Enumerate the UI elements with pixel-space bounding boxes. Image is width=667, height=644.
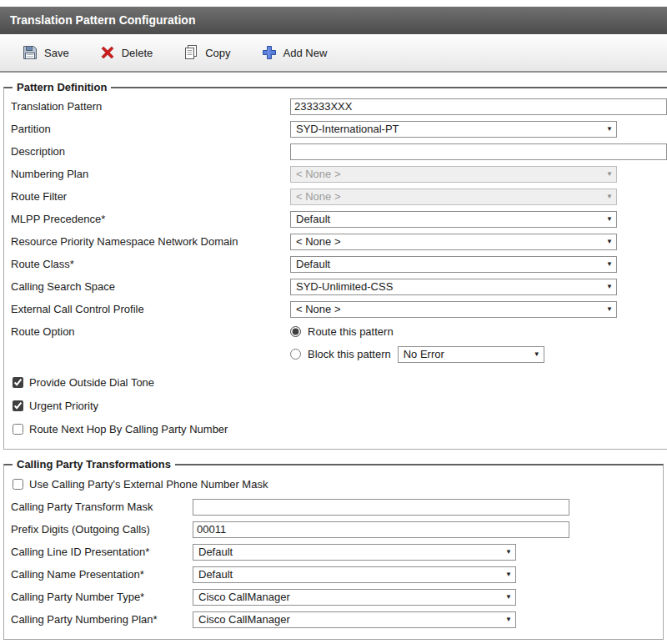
use-external-mask-row: Use Calling Party's External Phone Numbe… [11, 472, 656, 496]
delete-button[interactable]: Delete [99, 44, 153, 61]
chevron-down-icon: ▼ [606, 238, 613, 245]
description-row: Description [11, 140, 667, 163]
pattern-definition-legend: Pattern Definition [13, 81, 111, 93]
transform-mask-input[interactable] [193, 499, 569, 516]
numbering-plan-value: < None > [296, 168, 341, 180]
save-button[interactable]: Save [22, 44, 69, 61]
block-this-pattern-option[interactable]: Block this pattern [290, 348, 391, 360]
transform-mask-row: Calling Party Transform Mask [11, 496, 656, 518]
calling-party-transformations-legend: Calling Party Transformations [13, 458, 175, 470]
urgent-priority-label: Urgent Priority [29, 400, 98, 412]
pattern-definition-section: Pattern Definition Translation Pattern P… [3, 81, 667, 450]
external-call-control-label: External Call Control Profile [11, 303, 290, 315]
calling-search-space-value: SYD-Unlimited-CSS [296, 280, 393, 293]
calling-party-numbering-plan-row: Calling Party Numbering Plan* Cisco Call… [11, 608, 656, 631]
route-next-hop-label: Route Next Hop By Calling Party Number [29, 423, 228, 435]
description-label: Description [11, 145, 290, 158]
prefix-digits-label: Prefix Digits (Outgoing Calls) [11, 523, 193, 536]
calling-search-space-row: Calling Search Space SYD-Unlimited-CSS ▼ [11, 275, 667, 298]
resource-priority-label: Resource Priority Namespace Network Doma… [11, 235, 290, 248]
calling-party-numbering-plan-label: Calling Party Numbering Plan* [11, 613, 193, 626]
external-call-control-value: < None > [296, 303, 341, 315]
route-filter-select: < None > ▼ [290, 189, 617, 205]
resource-priority-row: Resource Priority Namespace Network Doma… [11, 230, 667, 253]
chevron-down-icon: ▼ [534, 350, 540, 358]
calling-name-presentation-value: Default [198, 568, 233, 581]
prefix-digits-input[interactable] [193, 521, 569, 538]
save-label: Save [44, 47, 69, 59]
add-new-label: Add New [283, 47, 328, 59]
partition-label: Partition [11, 123, 290, 135]
route-class-value: Default [296, 258, 330, 270]
chevron-down-icon: ▼ [505, 616, 512, 623]
route-filter-row: Route Filter < None > ▼ [11, 185, 667, 208]
block-this-pattern-radio[interactable] [290, 349, 301, 360]
chevron-down-icon: ▼ [606, 305, 613, 313]
external-call-control-select[interactable]: < None > ▼ [290, 301, 617, 318]
external-call-control-row: External Call Control Profile < None > ▼ [11, 298, 667, 320]
calling-line-id-presentation-select[interactable]: Default ▼ [193, 544, 516, 561]
calling-search-space-select[interactable]: SYD-Unlimited-CSS ▼ [290, 279, 617, 295]
urgent-priority-checkbox[interactable] [13, 400, 23, 411]
calling-party-number-type-select[interactable]: Cisco CallManager ▼ [193, 589, 516, 606]
mlpp-precedence-select[interactable]: Default ▼ [290, 211, 617, 228]
calling-line-id-presentation-row: Calling Line ID Presentation* Default ▼ [11, 541, 656, 563]
resource-priority-select[interactable]: < None > ▼ [290, 234, 617, 250]
numbering-plan-label: Numbering Plan [11, 168, 290, 180]
save-icon [22, 44, 38, 61]
block-option-row: Block this pattern No Error ▼ [11, 343, 667, 365]
mlpp-precedence-row: MLPP Precedence* Default ▼ [11, 208, 667, 230]
provide-outside-dial-tone-checkbox[interactable] [13, 377, 23, 388]
numbering-plan-select: < None > ▼ [290, 166, 617, 183]
mlpp-precedence-label: MLPP Precedence* [11, 213, 290, 225]
use-external-mask-label: Use Calling Party's External Phone Numbe… [29, 478, 268, 491]
route-class-select[interactable]: Default ▼ [290, 256, 617, 273]
description-input[interactable] [290, 143, 667, 160]
route-filter-label: Route Filter [11, 190, 290, 203]
prefix-digits-row: Prefix Digits (Outgoing Calls) [11, 518, 656, 541]
route-this-pattern-radio[interactable] [290, 326, 301, 337]
chevron-down-icon: ▼ [606, 193, 613, 200]
chevron-down-icon: ▼ [606, 125, 613, 133]
calling-party-number-type-label: Calling Party Number Type* [11, 591, 193, 603]
block-reason-value: No Error [404, 348, 444, 360]
translation-pattern-row: Translation Pattern [11, 95, 667, 118]
calling-party-number-type-row: Calling Party Number Type* Cisco CallMan… [11, 586, 656, 608]
numbering-plan-row: Numbering Plan < None > ▼ [11, 163, 667, 185]
route-this-pattern-label: Route this pattern [308, 325, 394, 338]
calling-name-presentation-select[interactable]: Default ▼ [193, 566, 516, 583]
chevron-down-icon: ▼ [505, 593, 512, 601]
calling-line-id-presentation-label: Calling Line ID Presentation* [11, 546, 193, 558]
route-class-row: Route Class* Default ▼ [11, 253, 667, 275]
calling-name-presentation-row: Calling Name Presentation* Default ▼ [11, 563, 656, 586]
route-class-label: Route Class* [11, 258, 290, 270]
provide-outside-dial-tone-label: Provide Outside Dial Tone [29, 376, 154, 389]
route-next-hop-checkbox[interactable] [13, 424, 23, 435]
add-new-button[interactable]: Add New [261, 44, 328, 61]
route-filter-value: < None > [296, 190, 341, 203]
chevron-down-icon: ▼ [606, 283, 613, 290]
mlpp-precedence-value: Default [296, 213, 330, 225]
route-option-row: Route Option Route this pattern [11, 320, 667, 343]
partition-value: SYD-International-PT [296, 123, 399, 135]
translation-pattern-input[interactable] [290, 98, 667, 115]
route-next-hop-row: Route Next Hop By Calling Party Number [11, 417, 667, 440]
calling-party-number-type-value: Cisco CallManager [198, 591, 290, 603]
chevron-down-icon: ▼ [606, 170, 613, 178]
copy-label: Copy [205, 47, 230, 59]
calling-party-transformations-section: Calling Party Transformations Use Callin… [3, 458, 664, 640]
calling-party-numbering-plan-select[interactable]: Cisco CallManager ▼ [193, 611, 516, 628]
translation-pattern-label: Translation Pattern [11, 100, 290, 113]
toolbar: Save Delete Copy Add New [0, 34, 667, 73]
use-external-mask-checkbox[interactable] [13, 479, 23, 490]
delete-label: Delete [122, 47, 153, 59]
partition-select[interactable]: SYD-International-PT ▼ [290, 121, 617, 138]
add-new-icon [261, 44, 278, 61]
block-reason-select[interactable]: No Error ▼ [398, 346, 544, 363]
calling-line-id-presentation-value: Default [198, 546, 233, 558]
block-this-pattern-label: Block this pattern [308, 348, 391, 360]
calling-name-presentation-label: Calling Name Presentation* [11, 568, 193, 581]
copy-button[interactable]: Copy [183, 44, 230, 61]
route-this-pattern-option[interactable]: Route this pattern [290, 325, 394, 338]
resource-priority-value: < None > [296, 235, 341, 248]
